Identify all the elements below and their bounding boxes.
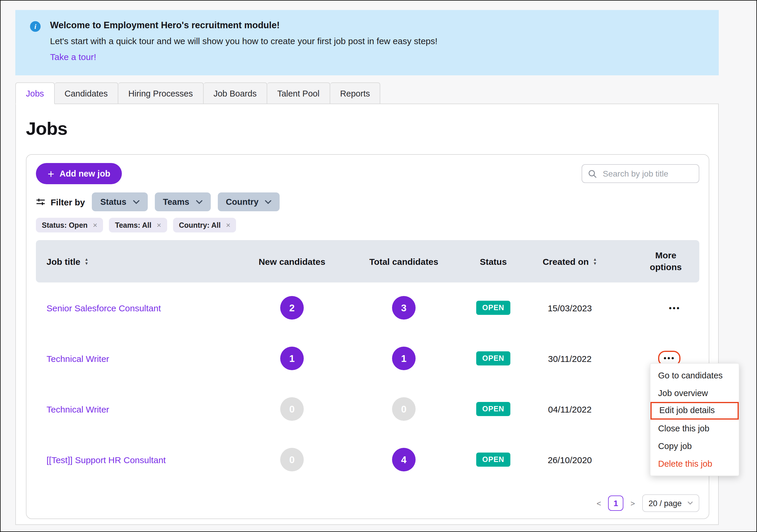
new-candidates-count: 1 bbox=[280, 347, 304, 370]
job-title-link[interactable]: Technical Writer bbox=[36, 404, 109, 414]
sort-icon[interactable]: ▲▼ bbox=[593, 257, 597, 265]
column-job-title: Job title ▲▼ bbox=[36, 256, 89, 266]
take-a-tour-link[interactable]: Take a tour! bbox=[50, 52, 96, 62]
job-title-link[interactable]: Senior Salesforce Consultant bbox=[36, 303, 161, 313]
status-badge: OPEN bbox=[476, 301, 510, 315]
chevron-down-icon bbox=[133, 200, 139, 204]
job-title-link[interactable]: Technical Writer bbox=[36, 353, 109, 363]
banner-body: Welcome to Employment Hero's recruitment… bbox=[50, 20, 438, 75]
more-options-cell: ••• bbox=[669, 303, 681, 313]
country-filter-dropdown[interactable]: Country bbox=[218, 192, 280, 211]
column-status: Status bbox=[480, 256, 507, 266]
status-filter-dropdown[interactable]: Status bbox=[92, 192, 148, 211]
chip-teams-all: Teams: All × bbox=[109, 218, 167, 232]
country-dropdown-label: Country bbox=[226, 197, 258, 207]
filter-by: Filter by bbox=[36, 197, 85, 207]
tab-candidates[interactable]: Candidates bbox=[54, 82, 118, 104]
tab-hiring-processes[interactable]: Hiring Processes bbox=[118, 82, 203, 104]
add-new-job-button[interactable]: + Add new job bbox=[36, 163, 122, 184]
filter-row: Filter by Status Teams Country bbox=[36, 192, 699, 211]
search-box bbox=[582, 164, 699, 183]
menu-item-close-this-job[interactable]: Close this job bbox=[651, 420, 739, 437]
app-root: i Welcome to Employment Hero's recruitme… bbox=[0, 0, 757, 532]
info-icon: i bbox=[30, 21, 41, 32]
teams-filter-dropdown[interactable]: Teams bbox=[155, 192, 210, 211]
status-dropdown-label: Status bbox=[100, 197, 127, 207]
more-options-button[interactable]: ••• bbox=[669, 304, 681, 312]
menu-item-delete-this-job[interactable]: Delete this job bbox=[651, 455, 739, 473]
menu-item-edit-job-details[interactable]: Edit job details bbox=[651, 402, 739, 420]
tab-job-boards[interactable]: Job Boards bbox=[203, 82, 267, 104]
column-label: Created on bbox=[543, 256, 589, 266]
column-new-candidates: New candidates bbox=[259, 256, 325, 266]
page-size-select[interactable]: 20 / page bbox=[642, 494, 699, 512]
table-row: Technical Writer 1 1 OPEN 30/11/2022 ••• bbox=[36, 333, 699, 384]
chip-label: Status: Open bbox=[42, 221, 88, 229]
pagination: < 1 > 20 / page bbox=[36, 494, 699, 512]
column-label: Job title bbox=[46, 256, 80, 266]
more-options-button[interactable]: ••• bbox=[664, 354, 675, 363]
column-label: Status bbox=[480, 256, 507, 266]
toolbar: + Add new job bbox=[36, 163, 699, 184]
welcome-banner: i Welcome to Employment Hero's recruitme… bbox=[15, 10, 719, 75]
status-badge: OPEN bbox=[476, 402, 510, 416]
sort-icon[interactable]: ▲▼ bbox=[84, 257, 89, 265]
banner-title: Welcome to Employment Hero's recruitment… bbox=[50, 20, 438, 31]
next-page-button[interactable]: > bbox=[630, 499, 635, 508]
status-badge: OPEN bbox=[476, 351, 510, 366]
close-icon[interactable]: × bbox=[226, 221, 230, 229]
chip-label: Country: All bbox=[179, 221, 221, 229]
close-icon[interactable]: × bbox=[93, 221, 97, 229]
add-new-job-label: Add new job bbox=[59, 169, 110, 178]
prev-page-button[interactable]: < bbox=[596, 499, 601, 508]
chevron-down-icon bbox=[687, 501, 693, 505]
filter-by-label: Filter by bbox=[51, 197, 85, 207]
new-candidates-count: 2 bbox=[280, 296, 304, 319]
table-header: Job title ▲▼ New candidates Total candid… bbox=[36, 240, 699, 282]
search-input[interactable] bbox=[602, 168, 693, 179]
current-page-button[interactable]: 1 bbox=[608, 495, 623, 511]
total-candidates-count: 3 bbox=[392, 296, 415, 319]
total-candidates-count: 1 bbox=[392, 347, 415, 370]
chevron-down-icon bbox=[265, 200, 271, 204]
search-icon bbox=[588, 169, 597, 178]
status-badge: OPEN bbox=[476, 453, 510, 467]
menu-item-copy-job[interactable]: Copy job bbox=[651, 437, 739, 455]
chip-label: Teams: All bbox=[115, 221, 152, 229]
tab-jobs[interactable]: Jobs bbox=[15, 82, 54, 104]
page-size-label: 20 / page bbox=[649, 499, 681, 508]
table-row: Technical Writer 0 0 OPEN 04/11/2022 ••• bbox=[36, 384, 699, 434]
chevron-down-icon bbox=[196, 200, 202, 204]
close-icon[interactable]: × bbox=[157, 221, 161, 229]
created-on-date: 30/11/2022 bbox=[548, 353, 591, 363]
teams-dropdown-label: Teams bbox=[163, 197, 189, 207]
applied-filters: Status: Open × Teams: All × Country: All… bbox=[36, 218, 699, 232]
context-menu: Go to candidates Job overview Edit job d… bbox=[650, 363, 739, 476]
tab-reports[interactable]: Reports bbox=[330, 82, 380, 104]
job-title-link[interactable]: [[Test]] Support HR Consultant bbox=[36, 455, 166, 465]
column-created-on: Created on ▲▼ bbox=[543, 256, 597, 266]
page-title: Jobs bbox=[26, 118, 718, 139]
new-candidates-count: 0 bbox=[280, 397, 304, 421]
table-row: [[Test]] Support HR Consultant 0 4 OPEN … bbox=[36, 434, 699, 485]
menu-item-go-to-candidates[interactable]: Go to candidates bbox=[651, 367, 739, 384]
table-row: Senior Salesforce Consultant 2 3 OPEN 15… bbox=[36, 282, 699, 333]
new-candidates-count: 0 bbox=[280, 448, 304, 471]
tab-talent-pool[interactable]: Talent Pool bbox=[267, 82, 330, 104]
filter-icon bbox=[36, 198, 45, 206]
plus-icon: + bbox=[48, 168, 54, 179]
banner-subtitle: Let's start with a quick tour and we wil… bbox=[50, 36, 438, 46]
total-candidates-count: 4 bbox=[392, 448, 415, 471]
created-on-date: 26/10/2020 bbox=[548, 455, 592, 465]
total-candidates-count: 0 bbox=[392, 397, 415, 421]
tab-bar: Jobs Candidates Hiring Processes Job Boa… bbox=[15, 82, 380, 104]
menu-item-job-overview[interactable]: Job overview bbox=[651, 384, 739, 402]
column-label: Total candidates bbox=[369, 256, 439, 266]
column-total-candidates: Total candidates bbox=[369, 256, 439, 266]
column-more-options: More options bbox=[646, 250, 685, 273]
jobs-panel: Jobs + Add new job bbox=[15, 103, 719, 525]
jobs-card: + Add new job Filter by bbox=[26, 154, 709, 519]
chip-country-all: Country: All × bbox=[173, 218, 236, 232]
created-on-date: 15/03/2023 bbox=[548, 303, 592, 313]
created-on-date: 04/11/2022 bbox=[548, 404, 591, 414]
